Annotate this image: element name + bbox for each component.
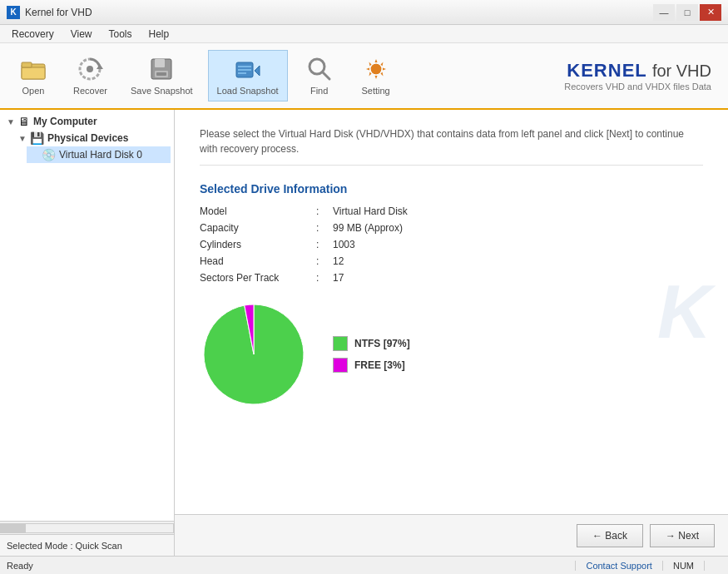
bottom-nav: ← Back → Next xyxy=(175,514,728,556)
menu-recovery[interactable]: Recovery xyxy=(3,27,62,42)
logo-subtitle: Recovers VHD and VHDX files Data xyxy=(564,82,711,92)
recover-label: Recover xyxy=(73,86,107,96)
svg-line-15 xyxy=(323,72,329,79)
save-snapshot-button[interactable]: Save Snapshot xyxy=(122,51,201,101)
drive-info-value-capacity: 99 MB (Approx) xyxy=(333,222,403,234)
drive-info-label-cylinders: Cylinders xyxy=(200,239,316,250)
next-button[interactable]: → Next xyxy=(650,524,715,547)
free-color-box xyxy=(333,358,348,373)
setting-button[interactable]: Setting xyxy=(351,51,401,101)
menu-tools[interactable]: Tools xyxy=(100,27,140,42)
load-snapshot-button[interactable]: Load Snapshot xyxy=(208,50,288,101)
legend: NTFS [97%] FREE [3%] xyxy=(333,336,410,373)
tree-label-my-computer: My Computer xyxy=(33,116,97,127)
status-ready: Ready xyxy=(7,561,575,571)
computer-icon: 🖥 xyxy=(18,115,30,128)
save-snapshot-icon xyxy=(148,56,175,82)
drive-info-row-sectors: Sectors Per Track : 17 xyxy=(200,272,703,284)
back-label: ← Back xyxy=(592,530,627,542)
left-status-label: Selected Mode : Quick Scan xyxy=(7,541,122,551)
svg-rect-12 xyxy=(238,72,246,74)
disk-icon: 💿 xyxy=(42,148,56,161)
drive-info-value-cylinders: 1003 xyxy=(333,239,355,250)
svg-marker-3 xyxy=(97,64,103,69)
recover-button[interactable]: Recover xyxy=(65,51,116,101)
drive-info-row-model: Model : Virtual Hard Disk xyxy=(200,205,703,217)
toolbar: Open Recover Save Snapshot xyxy=(0,43,728,110)
drive-info-table: Model : Virtual Hard Disk Capacity : 99 … xyxy=(200,205,703,284)
tree-label-vhd0: Virtual Hard Disk 0 xyxy=(59,149,142,161)
window-controls: — □ ✕ xyxy=(653,4,721,21)
left-scrollbar[interactable] xyxy=(0,521,174,534)
drive-info-row-cylinders: Cylinders : 1003 xyxy=(200,239,703,250)
logo-kernel: KERNEL xyxy=(567,60,646,81)
next-label: → Next xyxy=(666,530,699,542)
tree-area: ▼ 🖥 My Computer ▼ 💾 Physical Devices 💿 V… xyxy=(0,110,174,521)
open-button[interactable]: Open xyxy=(8,51,58,101)
tree-expand-physical-devices: ▼ xyxy=(18,134,27,143)
tree-node-my-computer[interactable]: ▼ 🖥 My Computer xyxy=(3,113,171,130)
drive-info-label-model: Model xyxy=(200,205,316,217)
drive-info-label-head: Head xyxy=(200,255,316,267)
drive-info-value-sectors: 17 xyxy=(333,272,344,284)
logo-area: KERNEL for VHD Recovers VHD and VHDX fil… xyxy=(564,60,720,92)
save-snapshot-label: Save Snapshot xyxy=(131,86,193,96)
drive-info-colon-sectors: : xyxy=(316,272,333,284)
drive-info-colon-head: : xyxy=(316,255,333,267)
svg-rect-8 xyxy=(156,72,166,76)
tree-node-virtual-hard-disk-0[interactable]: 💿 Virtual Hard Disk 0 xyxy=(27,146,171,163)
left-status: Selected Mode : Quick Scan xyxy=(0,534,174,556)
menu-bar: Recovery View Tools Help xyxy=(0,25,728,43)
load-snapshot-label: Load Snapshot xyxy=(217,86,279,96)
right-panel: K Please select the Virtual Hard Disk (V… xyxy=(175,110,728,556)
svg-rect-2 xyxy=(22,62,32,67)
left-panel: ▼ 🖥 My Computer ▼ 💾 Physical Devices 💿 V… xyxy=(0,110,175,556)
instruction-text: Please select the Virtual Hard Disk (VHD… xyxy=(200,126,703,166)
gear-icon xyxy=(363,56,389,82)
find-button[interactable]: Find xyxy=(295,51,344,101)
pie-chart xyxy=(200,300,308,408)
chart-area: NTFS [97%] FREE [3%] xyxy=(200,300,703,408)
device-icon: 💾 xyxy=(30,131,44,145)
legend-item-ntfs: NTFS [97%] xyxy=(333,336,410,351)
close-button[interactable]: ✕ xyxy=(700,4,721,21)
find-label: Find xyxy=(310,86,328,96)
minimize-button[interactable]: — xyxy=(653,4,675,21)
svg-point-4 xyxy=(87,66,93,72)
tree-node-physical-devices[interactable]: ▼ 💾 Physical Devices xyxy=(15,130,171,146)
drive-info-label-sectors: Sectors Per Track xyxy=(200,272,316,284)
open-icon xyxy=(20,56,47,82)
free-label: FREE [3%] xyxy=(354,359,405,371)
title-bar: K Kernel for VHD — □ ✕ xyxy=(0,0,728,25)
app-icon: K xyxy=(7,6,20,19)
menu-help[interactable]: Help xyxy=(141,27,178,42)
ntfs-label: NTFS [97%] xyxy=(354,338,410,349)
recover-icon xyxy=(77,56,103,82)
ntfs-color-box xyxy=(333,336,348,351)
setting-label: Setting xyxy=(361,86,389,96)
main-area: ▼ 🖥 My Computer ▼ 💾 Physical Devices 💿 V… xyxy=(0,110,728,556)
open-label: Open xyxy=(22,86,45,96)
menu-view[interactable]: View xyxy=(62,27,101,42)
svg-rect-11 xyxy=(238,69,251,71)
logo-text: KERNEL for VHD xyxy=(567,60,711,82)
svg-marker-13 xyxy=(255,66,260,76)
maximize-button[interactable]: □ xyxy=(676,4,698,21)
svg-rect-6 xyxy=(155,59,165,67)
drive-info-row-capacity: Capacity : 99 MB (Approx) xyxy=(200,222,703,234)
load-snapshot-icon xyxy=(235,56,261,82)
legend-item-free: FREE [3%] xyxy=(333,358,410,373)
svg-rect-1 xyxy=(22,67,45,79)
drive-info-colon-model: : xyxy=(316,205,333,217)
drive-info-row-head: Head : 12 xyxy=(200,255,703,267)
drive-info-value-head: 12 xyxy=(333,255,344,267)
tree-expand-my-computer: ▼ xyxy=(7,117,15,126)
content-area: K Please select the Virtual Hard Disk (V… xyxy=(175,110,728,514)
title-bar-left: K Kernel for VHD xyxy=(7,6,92,19)
drive-info-colon-cylinders: : xyxy=(316,239,333,250)
drive-info-label-capacity: Capacity xyxy=(200,222,316,234)
status-bar: Ready Contact Support NUM xyxy=(0,556,728,574)
contact-support-link[interactable]: Contact Support xyxy=(575,561,663,571)
back-button[interactable]: ← Back xyxy=(577,524,643,547)
title-text: Kernel for VHD xyxy=(25,7,92,18)
